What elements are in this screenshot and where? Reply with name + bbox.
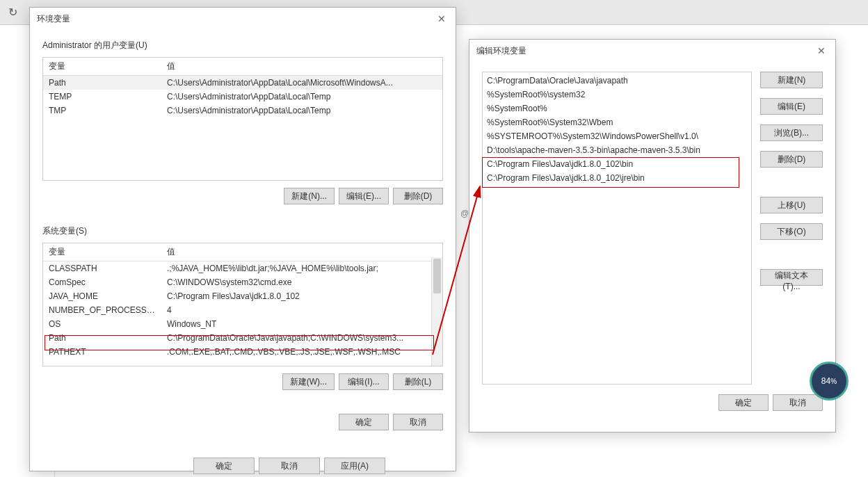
ok-button[interactable]: 确定 [718, 394, 769, 411]
var-name: OS [43, 317, 161, 331]
table-row[interactable]: TEMPC:\Users\Administrator\AppData\Local… [43, 90, 442, 104]
var-name: TMP [43, 104, 161, 118]
var-value: 4 [161, 303, 442, 317]
user-vars-label: Administrator 的用户变量(U) [42, 40, 443, 51]
percentage-badge[interactable]: 84% [810, 362, 849, 401]
path-list[interactable]: C:\ProgramData\Oracle\Java\javapath%Syst… [482, 72, 752, 385]
close-icon[interactable]: ✕ [814, 44, 828, 58]
table-row[interactable]: PATHEXT.COM;.EXE;.BAT;.CMD;.VBS;.VBE;.JS… [43, 345, 442, 359]
var-value: C:\Program Files\Java\jdk1.8.0_102 [161, 289, 442, 303]
badge-unit: % [830, 378, 837, 385]
move-up-button[interactable]: 上移(U) [760, 197, 823, 213]
table-row[interactable]: JAVA_HOMEC:\Program Files\Java\jdk1.8.0_… [43, 289, 442, 303]
table-row[interactable]: PathC:\Users\Administrator\AppData\Local… [43, 76, 442, 90]
cancel-button[interactable]: 取消 [393, 414, 443, 430]
var-value: C:\Users\Administrator\AppData\Local\Tem… [161, 104, 442, 118]
edit-env-var-dialog: 编辑环境变量 ✕ C:\ProgramData\Oracle\Java\java… [469, 39, 836, 432]
var-name: TEMP [43, 90, 161, 104]
close-icon[interactable]: ✕ [435, 12, 449, 26]
var-value: C:\Users\Administrator\AppData\Local\Tem… [161, 90, 442, 104]
var-name: Path [43, 76, 161, 90]
user-vars-table[interactable]: 变量 值 PathC:\Users\Administrator\AppData\… [42, 57, 443, 181]
cancel-button[interactable]: 取消 [773, 394, 823, 411]
dialog-header: 编辑环境变量 ✕ [469, 40, 835, 62]
env-vars-dialog: 环境变量 ✕ Administrator 的用户变量(U) 变量 值 PathC… [29, 7, 456, 471]
var-name: PATHEXT [43, 345, 161, 359]
move-down-button[interactable]: 下移(O) [760, 223, 823, 240]
sys-vars-table[interactable]: 变量 值 CLASSPATH.;%JAVA_HOME%\lib\dt.jar;%… [42, 243, 443, 366]
new-button[interactable]: 新建(N) [760, 72, 823, 88]
col-var[interactable]: 变量 [43, 58, 161, 76]
list-item[interactable]: C:\ProgramData\Oracle\Java\javapath [483, 74, 751, 88]
dialog-header: 环境变量 ✕ [30, 8, 456, 30]
badge-value: 84 [821, 376, 830, 386]
ok-button[interactable]: 确定 [339, 414, 389, 430]
scroll-thumb[interactable] [433, 259, 441, 293]
sys-new-button[interactable]: 新建(W)... [282, 373, 335, 390]
sys-vars-label: 系统变量(S) [42, 225, 443, 237]
dialog-title: 环境变量 [37, 13, 70, 25]
table-row[interactable]: ComSpecC:\WINDOWS\system32\cmd.exe [43, 275, 442, 289]
list-item[interactable]: %SYSTEMROOT%\System32\WindowsPowerShell\… [483, 129, 751, 143]
var-name: ComSpec [43, 275, 161, 289]
user-edit-button[interactable]: 编辑(E)... [339, 188, 389, 204]
var-value: C:\ProgramData\Oracle\Java\javapath;C:\W… [161, 331, 442, 345]
table-row[interactable]: PathC:\ProgramData\Oracle\Java\javapath;… [43, 331, 442, 345]
delete-button[interactable]: 删除(D) [760, 151, 823, 168]
var-value: .COM;.EXE;.BAT;.CMD;.VBS;.VBE;.JS;.JSE;.… [161, 345, 442, 359]
var-name: JAVA_HOME [43, 289, 161, 303]
scrollbar[interactable] [431, 257, 442, 366]
list-item[interactable]: %SystemRoot%\system32 [483, 88, 751, 102]
user-delete-button[interactable]: 删除(D) [393, 188, 443, 204]
list-item[interactable]: D:\tools\apache-maven-3.5.3-bin\apache-m… [483, 143, 751, 157]
sys-edit-button[interactable]: 编辑(I)... [339, 373, 389, 390]
var-value: C:\WINDOWS\system32\cmd.exe [161, 275, 442, 289]
var-name: NUMBER_OF_PROCESSORS [43, 303, 161, 317]
at-symbol: @ [460, 209, 469, 218]
ok-button[interactable]: 确定 [193, 458, 255, 474]
col-var[interactable]: 变量 [43, 243, 161, 261]
bottom-button-row: 确定 取消 应用(A) [193, 458, 385, 474]
var-value: C:\Users\Administrator\AppData\Local\Mic… [161, 76, 442, 90]
list-item[interactable]: C:\Program Files\Java\jdk1.8.0_102\jre\b… [483, 171, 751, 185]
var-value: .;%JAVA_HOME%\lib\dt.jar;%JAVA_HOME%\lib… [161, 261, 442, 276]
refresh-icon[interactable]: ↻ [6, 6, 19, 19]
table-row[interactable]: CLASSPATH.;%JAVA_HOME%\lib\dt.jar;%JAVA_… [43, 261, 442, 276]
sys-delete-button[interactable]: 删除(L) [393, 373, 443, 390]
dialog-title: 编辑环境变量 [476, 45, 527, 57]
col-val[interactable]: 值 [161, 243, 442, 261]
cancel-button[interactable]: 取消 [259, 458, 320, 474]
edit-text-button[interactable]: 编辑文本(T)... [760, 269, 823, 286]
table-row[interactable]: OSWindows_NT [43, 317, 442, 331]
edit-button[interactable]: 编辑(E) [760, 98, 823, 115]
var-name: Path [43, 331, 161, 345]
col-val[interactable]: 值 [161, 58, 442, 76]
list-item[interactable]: C:\Program Files\Java\jdk1.8.0_102\bin [483, 157, 751, 171]
table-row[interactable]: TMPC:\Users\Administrator\AppData\Local\… [43, 104, 442, 118]
browse-button[interactable]: 浏览(B)... [760, 124, 823, 141]
apply-button[interactable]: 应用(A) [324, 458, 385, 474]
list-item[interactable]: %SystemRoot%\System32\Wbem [483, 115, 751, 129]
var-name: CLASSPATH [43, 261, 161, 276]
table-row[interactable]: NUMBER_OF_PROCESSORS4 [43, 303, 442, 317]
var-value: Windows_NT [161, 317, 442, 331]
list-item[interactable]: %SystemRoot% [483, 102, 751, 115]
user-new-button[interactable]: 新建(N)... [284, 188, 335, 204]
